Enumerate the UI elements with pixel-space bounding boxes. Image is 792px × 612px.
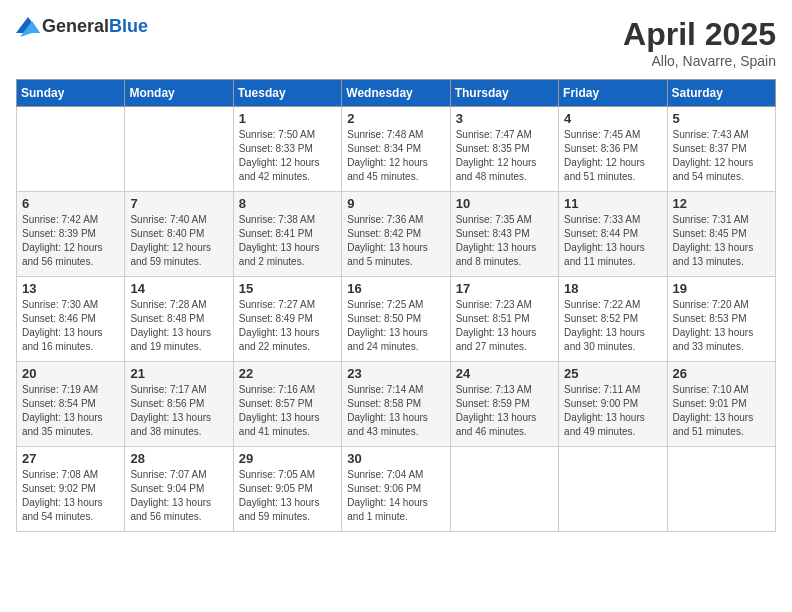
day-info: Sunrise: 7:30 AM Sunset: 8:46 PM Dayligh… — [22, 298, 119, 354]
day-info: Sunrise: 7:05 AM Sunset: 9:05 PM Dayligh… — [239, 468, 336, 524]
day-number: 15 — [239, 281, 336, 296]
day-number: 11 — [564, 196, 661, 211]
day-of-week-header: Tuesday — [233, 80, 341, 107]
calendar-cell: 20Sunrise: 7:19 AM Sunset: 8:54 PM Dayli… — [17, 362, 125, 447]
day-info: Sunrise: 7:04 AM Sunset: 9:06 PM Dayligh… — [347, 468, 444, 524]
calendar-cell: 9Sunrise: 7:36 AM Sunset: 8:42 PM Daylig… — [342, 192, 450, 277]
day-info: Sunrise: 7:36 AM Sunset: 8:42 PM Dayligh… — [347, 213, 444, 269]
calendar-cell: 5Sunrise: 7:43 AM Sunset: 8:37 PM Daylig… — [667, 107, 775, 192]
calendar-week-row: 20Sunrise: 7:19 AM Sunset: 8:54 PM Dayli… — [17, 362, 776, 447]
day-info: Sunrise: 7:14 AM Sunset: 8:58 PM Dayligh… — [347, 383, 444, 439]
day-info: Sunrise: 7:50 AM Sunset: 8:33 PM Dayligh… — [239, 128, 336, 184]
day-number: 23 — [347, 366, 444, 381]
calendar-cell: 18Sunrise: 7:22 AM Sunset: 8:52 PM Dayli… — [559, 277, 667, 362]
calendar-week-row: 27Sunrise: 7:08 AM Sunset: 9:02 PM Dayli… — [17, 447, 776, 532]
day-number: 17 — [456, 281, 553, 296]
day-number: 7 — [130, 196, 227, 211]
day-number: 9 — [347, 196, 444, 211]
day-number: 24 — [456, 366, 553, 381]
day-number: 14 — [130, 281, 227, 296]
day-info: Sunrise: 7:35 AM Sunset: 8:43 PM Dayligh… — [456, 213, 553, 269]
calendar-cell: 22Sunrise: 7:16 AM Sunset: 8:57 PM Dayli… — [233, 362, 341, 447]
day-number: 21 — [130, 366, 227, 381]
day-number: 25 — [564, 366, 661, 381]
calendar-cell: 13Sunrise: 7:30 AM Sunset: 8:46 PM Dayli… — [17, 277, 125, 362]
calendar-cell — [450, 447, 558, 532]
day-number: 28 — [130, 451, 227, 466]
day-number: 10 — [456, 196, 553, 211]
day-info: Sunrise: 7:48 AM Sunset: 8:34 PM Dayligh… — [347, 128, 444, 184]
day-info: Sunrise: 7:45 AM Sunset: 8:36 PM Dayligh… — [564, 128, 661, 184]
day-of-week-header: Sunday — [17, 80, 125, 107]
day-info: Sunrise: 7:17 AM Sunset: 8:56 PM Dayligh… — [130, 383, 227, 439]
day-info: Sunrise: 7:19 AM Sunset: 8:54 PM Dayligh… — [22, 383, 119, 439]
day-number: 20 — [22, 366, 119, 381]
calendar-cell: 26Sunrise: 7:10 AM Sunset: 9:01 PM Dayli… — [667, 362, 775, 447]
calendar-cell: 21Sunrise: 7:17 AM Sunset: 8:56 PM Dayli… — [125, 362, 233, 447]
day-of-week-header: Saturday — [667, 80, 775, 107]
title-block: April 2025 Allo, Navarre, Spain — [623, 16, 776, 69]
logo: GeneralBlue — [16, 16, 148, 37]
day-number: 29 — [239, 451, 336, 466]
day-number: 2 — [347, 111, 444, 126]
page-header: GeneralBlue April 2025 Allo, Navarre, Sp… — [16, 16, 776, 69]
calendar-cell: 29Sunrise: 7:05 AM Sunset: 9:05 PM Dayli… — [233, 447, 341, 532]
calendar-cell: 16Sunrise: 7:25 AM Sunset: 8:50 PM Dayli… — [342, 277, 450, 362]
day-info: Sunrise: 7:07 AM Sunset: 9:04 PM Dayligh… — [130, 468, 227, 524]
day-info: Sunrise: 7:38 AM Sunset: 8:41 PM Dayligh… — [239, 213, 336, 269]
calendar-body: 1Sunrise: 7:50 AM Sunset: 8:33 PM Daylig… — [17, 107, 776, 532]
day-info: Sunrise: 7:20 AM Sunset: 8:53 PM Dayligh… — [673, 298, 770, 354]
day-number: 5 — [673, 111, 770, 126]
calendar-cell: 1Sunrise: 7:50 AM Sunset: 8:33 PM Daylig… — [233, 107, 341, 192]
calendar-cell: 7Sunrise: 7:40 AM Sunset: 8:40 PM Daylig… — [125, 192, 233, 277]
day-number: 12 — [673, 196, 770, 211]
calendar-cell: 15Sunrise: 7:27 AM Sunset: 8:49 PM Dayli… — [233, 277, 341, 362]
calendar-cell: 27Sunrise: 7:08 AM Sunset: 9:02 PM Dayli… — [17, 447, 125, 532]
calendar-cell — [559, 447, 667, 532]
day-number: 22 — [239, 366, 336, 381]
calendar-cell: 8Sunrise: 7:38 AM Sunset: 8:41 PM Daylig… — [233, 192, 341, 277]
calendar-cell: 23Sunrise: 7:14 AM Sunset: 8:58 PM Dayli… — [342, 362, 450, 447]
day-info: Sunrise: 7:27 AM Sunset: 8:49 PM Dayligh… — [239, 298, 336, 354]
calendar-cell — [125, 107, 233, 192]
calendar-cell: 28Sunrise: 7:07 AM Sunset: 9:04 PM Dayli… — [125, 447, 233, 532]
calendar-week-row: 1Sunrise: 7:50 AM Sunset: 8:33 PM Daylig… — [17, 107, 776, 192]
calendar-table: SundayMondayTuesdayWednesdayThursdayFrid… — [16, 79, 776, 532]
days-of-week-row: SundayMondayTuesdayWednesdayThursdayFrid… — [17, 80, 776, 107]
logo-icon — [16, 17, 40, 37]
day-info: Sunrise: 7:47 AM Sunset: 8:35 PM Dayligh… — [456, 128, 553, 184]
calendar-cell: 30Sunrise: 7:04 AM Sunset: 9:06 PM Dayli… — [342, 447, 450, 532]
day-info: Sunrise: 7:40 AM Sunset: 8:40 PM Dayligh… — [130, 213, 227, 269]
day-info: Sunrise: 7:31 AM Sunset: 8:45 PM Dayligh… — [673, 213, 770, 269]
calendar-week-row: 6Sunrise: 7:42 AM Sunset: 8:39 PM Daylig… — [17, 192, 776, 277]
day-number: 18 — [564, 281, 661, 296]
calendar-cell: 4Sunrise: 7:45 AM Sunset: 8:36 PM Daylig… — [559, 107, 667, 192]
day-number: 8 — [239, 196, 336, 211]
day-info: Sunrise: 7:33 AM Sunset: 8:44 PM Dayligh… — [564, 213, 661, 269]
day-number: 19 — [673, 281, 770, 296]
calendar-cell: 25Sunrise: 7:11 AM Sunset: 9:00 PM Dayli… — [559, 362, 667, 447]
day-info: Sunrise: 7:08 AM Sunset: 9:02 PM Dayligh… — [22, 468, 119, 524]
day-number: 27 — [22, 451, 119, 466]
calendar-cell: 6Sunrise: 7:42 AM Sunset: 8:39 PM Daylig… — [17, 192, 125, 277]
calendar-cell — [17, 107, 125, 192]
day-of-week-header: Wednesday — [342, 80, 450, 107]
day-info: Sunrise: 7:11 AM Sunset: 9:00 PM Dayligh… — [564, 383, 661, 439]
calendar-cell: 10Sunrise: 7:35 AM Sunset: 8:43 PM Dayli… — [450, 192, 558, 277]
logo-general: General — [42, 16, 109, 36]
calendar-cell: 3Sunrise: 7:47 AM Sunset: 8:35 PM Daylig… — [450, 107, 558, 192]
day-number: 16 — [347, 281, 444, 296]
calendar-cell: 19Sunrise: 7:20 AM Sunset: 8:53 PM Dayli… — [667, 277, 775, 362]
calendar-cell: 14Sunrise: 7:28 AM Sunset: 8:48 PM Dayli… — [125, 277, 233, 362]
day-number: 13 — [22, 281, 119, 296]
day-number: 4 — [564, 111, 661, 126]
day-number: 6 — [22, 196, 119, 211]
calendar-cell: 24Sunrise: 7:13 AM Sunset: 8:59 PM Dayli… — [450, 362, 558, 447]
logo-blue: Blue — [109, 16, 148, 36]
calendar-cell: 11Sunrise: 7:33 AM Sunset: 8:44 PM Dayli… — [559, 192, 667, 277]
month-title: April 2025 — [623, 16, 776, 53]
day-info: Sunrise: 7:16 AM Sunset: 8:57 PM Dayligh… — [239, 383, 336, 439]
day-info: Sunrise: 7:28 AM Sunset: 8:48 PM Dayligh… — [130, 298, 227, 354]
day-info: Sunrise: 7:22 AM Sunset: 8:52 PM Dayligh… — [564, 298, 661, 354]
day-of-week-header: Friday — [559, 80, 667, 107]
